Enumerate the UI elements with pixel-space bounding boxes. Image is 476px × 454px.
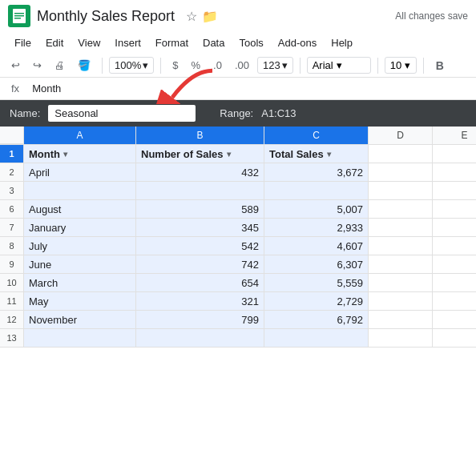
cell-b3[interactable] <box>136 182 264 199</box>
cell-d7[interactable] <box>369 219 433 236</box>
cell-c12[interactable]: 6,792 <box>264 311 369 328</box>
folder-icon[interactable]: 📁 <box>202 9 218 24</box>
percent-button[interactable]: % <box>186 56 205 74</box>
number-format-chevron: ▾ <box>282 59 288 71</box>
cell-d2[interactable] <box>369 163 433 181</box>
bold-button[interactable]: B <box>430 58 450 74</box>
cell-b9[interactable]: 742 <box>136 255 264 273</box>
cell-a7[interactable]: January <box>24 219 136 236</box>
menu-insert[interactable]: Insert <box>108 34 147 52</box>
cell-b8[interactable]: 542 <box>136 237 264 255</box>
cell-a2[interactable]: April <box>24 163 136 181</box>
cell-c11[interactable]: 2,729 <box>264 292 369 310</box>
col-header-a[interactable]: A <box>24 127 136 144</box>
cell-c1[interactable]: Total Sales ▾ <box>264 145 369 163</box>
cell-e3[interactable] <box>433 182 476 199</box>
cell-c8[interactable]: 4,607 <box>264 237 369 255</box>
print-button[interactable]: 🖨 <box>50 56 70 74</box>
cell-a6[interactable]: August <box>24 200 136 218</box>
star-icon[interactable]: ☆ <box>186 9 197 24</box>
currency-button[interactable]: $ <box>167 56 183 74</box>
menu-help[interactable]: Help <box>325 34 359 52</box>
table-row: 7 January 345 2,933 <box>0 219 476 237</box>
cell-d1[interactable] <box>369 145 433 163</box>
filter-icon-b[interactable]: ▾ <box>227 150 231 159</box>
cell-d6[interactable] <box>369 200 433 218</box>
menu-view[interactable]: View <box>71 34 107 52</box>
filter-icon-c[interactable]: ▾ <box>327 150 331 159</box>
decimal-increase-button[interactable]: .00 <box>230 56 254 74</box>
cell-c9[interactable]: 6,307 <box>264 255 369 273</box>
cell-b11[interactable]: 321 <box>136 292 264 310</box>
cell-b12[interactable]: 799 <box>136 311 264 328</box>
cell-a10[interactable]: March <box>24 274 136 291</box>
filter-icon-a[interactable]: ▾ <box>63 150 67 159</box>
font-size-selector[interactable]: 10 ▾ <box>385 57 417 74</box>
paint-format-button[interactable]: 🪣 <box>73 56 95 74</box>
table-row: 13 <box>0 329 476 348</box>
menu-data[interactable]: Data <box>196 34 231 52</box>
cell-d11[interactable] <box>369 292 433 310</box>
cell-a12[interactable]: November <box>24 311 136 328</box>
col-header-e[interactable]: E <box>433 127 476 144</box>
cell-d13[interactable] <box>369 329 433 347</box>
table-row: 2 April 432 3,672 <box>0 163 476 182</box>
cell-d9[interactable] <box>369 255 433 273</box>
menu-edit[interactable]: Edit <box>39 34 70 52</box>
cell-d10[interactable] <box>369 274 433 291</box>
zoom-selector[interactable]: 100% ▾ <box>109 57 154 74</box>
cell-e7[interactable] <box>433 219 476 236</box>
cell-b6[interactable]: 589 <box>136 200 264 218</box>
table-row: 12 November 799 6,792 <box>0 311 476 329</box>
cell-a13[interactable] <box>24 329 136 347</box>
cell-c3[interactable] <box>264 182 369 199</box>
cell-d3[interactable] <box>369 182 433 199</box>
cell-e13[interactable] <box>433 329 476 347</box>
cell-b10[interactable]: 654 <box>136 274 264 291</box>
cell-b13[interactable] <box>136 329 264 347</box>
table-row: 11 May 321 2,729 <box>0 292 476 311</box>
undo-button[interactable]: ↩ <box>6 56 25 74</box>
menu-format[interactable]: Format <box>149 34 195 52</box>
cell-b2[interactable]: 432 <box>136 163 264 181</box>
col-header-b[interactable]: B <box>136 127 264 144</box>
cell-a3[interactable] <box>24 182 136 199</box>
cell-b1[interactable]: Number of Sales ▾ <box>136 145 264 163</box>
font-chevron: ▾ <box>337 59 342 71</box>
formula-input[interactable] <box>29 81 470 96</box>
cell-e6[interactable] <box>433 200 476 218</box>
row-num-3: 3 <box>0 182 24 199</box>
cell-a1[interactable]: Month ▾ <box>24 145 136 163</box>
menu-addons[interactable]: Add-ons <box>272 34 323 52</box>
cell-c6[interactable]: 5,007 <box>264 200 369 218</box>
zoom-value: 100% <box>115 59 141 71</box>
cell-e2[interactable] <box>433 163 476 181</box>
cell-e8[interactable] <box>433 237 476 255</box>
menu-file[interactable]: File <box>8 34 38 52</box>
cell-e11[interactable] <box>433 292 476 310</box>
cell-e9[interactable] <box>433 255 476 273</box>
decimal-decrease-button[interactable]: .0 <box>208 56 227 74</box>
redo-button[interactable]: ↪ <box>28 56 46 74</box>
cell-e10[interactable] <box>433 274 476 291</box>
cell-d8[interactable] <box>369 237 433 255</box>
cell-c2[interactable]: 3,672 <box>264 163 369 181</box>
cell-a8[interactable]: July <box>24 237 136 255</box>
font-selector[interactable]: Arial ▾ <box>307 57 371 74</box>
cell-c13[interactable] <box>264 329 369 347</box>
cell-c7[interactable]: 2,933 <box>264 219 369 236</box>
cell-d12[interactable] <box>369 311 433 328</box>
cell-b7[interactable]: 345 <box>136 219 264 236</box>
col-header-d[interactable]: D <box>369 127 433 144</box>
cell-c10[interactable]: 5,559 <box>264 274 369 291</box>
table-row: 9 June 742 6,307 <box>0 255 476 274</box>
named-range-input[interactable] <box>48 105 196 122</box>
col-header-c[interactable]: C <box>264 127 369 144</box>
cell-a11[interactable]: May <box>24 292 136 310</box>
column-headers: A B C D E <box>0 127 476 145</box>
cell-e12[interactable] <box>433 311 476 328</box>
number-format-selector[interactable]: 123 ▾ <box>257 57 293 74</box>
menu-tools[interactable]: Tools <box>232 34 269 52</box>
cell-a9[interactable]: June <box>24 255 136 273</box>
cell-e1[interactable] <box>433 145 476 163</box>
